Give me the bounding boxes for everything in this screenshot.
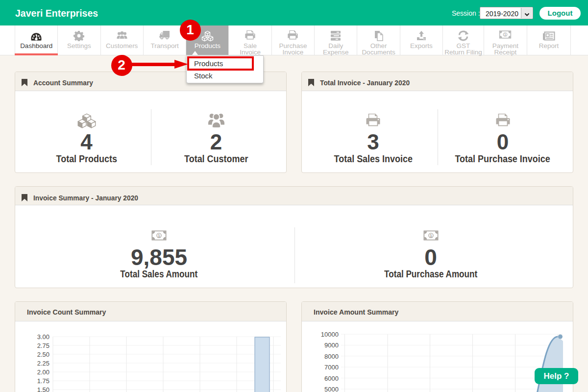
svg-text:1: 1: [158, 233, 161, 238]
svg-text:3.00: 3.00: [37, 333, 49, 341]
svg-text:2.00: 2.00: [37, 368, 49, 376]
svg-text:2.75: 2.75: [37, 342, 49, 349]
svg-text:1: 1: [504, 32, 507, 37]
svg-text:10000: 10000: [321, 331, 339, 338]
svg-text:1.50: 1.50: [37, 386, 49, 392]
svg-text:5000: 5000: [324, 386, 339, 392]
svg-text:7000: 7000: [324, 364, 339, 371]
svg-text:9000: 9000: [324, 342, 339, 349]
svg-text:2.25: 2.25: [37, 360, 49, 367]
svg-text:1: 1: [429, 233, 432, 238]
svg-text:1.75: 1.75: [37, 377, 49, 385]
svg-text:8000: 8000: [324, 353, 339, 360]
svg-text:2.50: 2.50: [37, 351, 49, 358]
svg-text:6000: 6000: [324, 375, 339, 382]
